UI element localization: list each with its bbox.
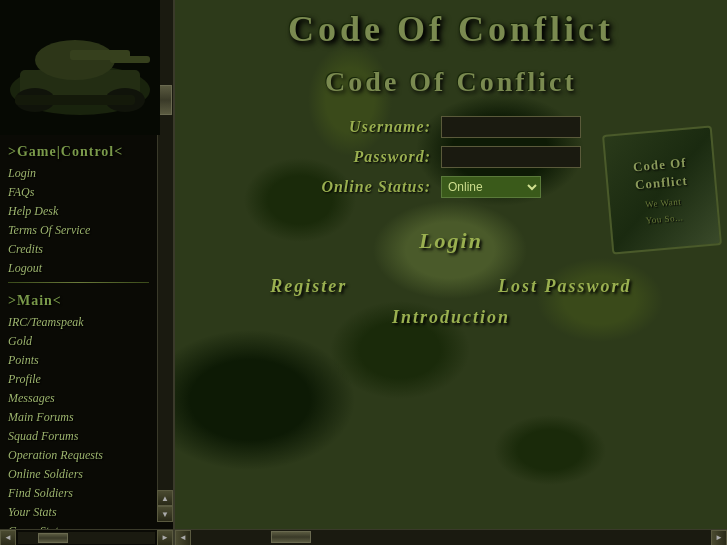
scrollbar-up-button[interactable]: ▲ [157, 490, 173, 506]
nav-profile[interactable]: Profile [0, 370, 157, 389]
dog-tag-line2: Conflict [634, 172, 688, 195]
password-row: Password: [281, 146, 621, 168]
nav-tos[interactable]: Terms Of Service [0, 221, 157, 240]
scrollbar-thumb[interactable] [158, 85, 172, 115]
dog-tag-line4: You So... [645, 212, 683, 225]
bottom-scrollbar: ◄ ► [175, 529, 727, 545]
lost-password-link[interactable]: Lost Password [498, 276, 632, 297]
game-control-header: >Game|Control< [0, 138, 157, 164]
username-row: Username: [281, 116, 621, 138]
online-status-label: Online Status: [281, 178, 441, 196]
dog-tag-line3: We Want [645, 197, 682, 210]
main-header: >Main< [0, 287, 157, 313]
svg-rect-9 [0, 0, 160, 135]
bottom-scroll-right-button[interactable]: ► [711, 530, 727, 546]
bottom-scroll-thumb[interactable] [271, 531, 311, 543]
scrollbar-down-button[interactable]: ▼ [157, 506, 173, 522]
username-label: Username: [281, 118, 441, 136]
login-button[interactable]: Login [403, 224, 499, 258]
nav-credits[interactable]: Credits [0, 240, 157, 259]
nav-helpdesk[interactable]: Help Desk [0, 202, 157, 221]
password-input[interactable] [441, 146, 581, 168]
left-panel-horizontal-scrollbar: ◄ ► [0, 529, 175, 545]
nav-gold[interactable]: Gold [0, 332, 157, 351]
intro-link-row: Introduction [175, 303, 727, 332]
nav-yourstats[interactable]: Your Stats [0, 503, 157, 522]
header-title-area: Code Of Conflict [175, 0, 727, 58]
nav-squadforums[interactable]: Squad Forums [0, 427, 157, 446]
password-label: Password: [281, 148, 441, 166]
bottom-links-row: Register Lost Password [175, 270, 727, 303]
online-status-row: Online Status: Online Offline Away [281, 176, 621, 198]
online-status-select[interactable]: Online Offline Away [441, 176, 541, 198]
nav-oprequests[interactable]: Operation Requests [0, 446, 157, 465]
nav-points[interactable]: Points [0, 351, 157, 370]
left-scroll-right-button[interactable]: ► [157, 530, 173, 546]
introduction-link[interactable]: Introduction [392, 307, 510, 328]
tank-image [0, 0, 160, 135]
nav-login[interactable]: Login [0, 164, 157, 183]
left-nav-panel: >Game|Control< Login FAQs Help Desk Term… [0, 0, 175, 545]
left-scroll-track [18, 532, 155, 544]
nav-messages[interactable]: Messages [0, 389, 157, 408]
nav-divider-1 [8, 282, 149, 283]
register-link[interactable]: Register [270, 276, 347, 297]
dog-tag-badge: Code Of Conflict We Want You So... [602, 125, 722, 254]
nav-irc[interactable]: IRC/Teamspeak [0, 313, 157, 332]
nav-mainforums[interactable]: Main Forums [0, 408, 157, 427]
nav-logout[interactable]: Logout [0, 259, 157, 278]
nav-faqs[interactable]: FAQs [0, 183, 157, 202]
main-title: Code Of Conflict [288, 9, 614, 49]
bottom-scroll-track [191, 530, 711, 546]
left-scroll-thumb[interactable] [38, 533, 68, 543]
main-content-area: Code Of Conflict Code Of Conflict Userna… [175, 0, 727, 529]
nav-onlinesoldiers[interactable]: Online Soldiers [0, 465, 157, 484]
section-subtitle-area: Code Of Conflict [175, 58, 727, 102]
username-input[interactable] [441, 116, 581, 138]
left-scroll-left-button[interactable]: ◄ [0, 530, 16, 546]
nav-findsoldiers[interactable]: Find Soldiers [0, 484, 157, 503]
section-subtitle: Code Of Conflict [325, 66, 577, 97]
bottom-scroll-left-button[interactable]: ◄ [175, 530, 191, 546]
